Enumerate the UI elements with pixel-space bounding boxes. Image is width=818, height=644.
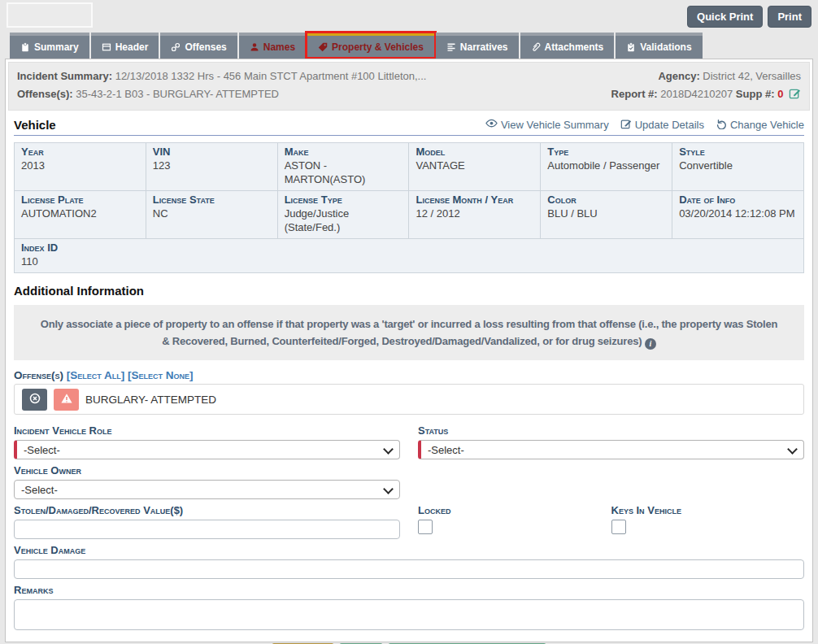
- offense-name: BURGLARY- ATTEMPTED: [85, 394, 216, 406]
- vehicle-damage-label: Vehicle Damage: [14, 544, 804, 556]
- tab-label: Header: [115, 41, 149, 53]
- main-panel: Incident Summary: 12/13/2018 1332 Hrs - …: [5, 59, 813, 642]
- tag-icon: [318, 42, 328, 52]
- vehicle-year-cell: Year2013: [15, 143, 146, 191]
- keys-in-vehicle-checkbox[interactable]: [611, 520, 626, 534]
- vehicle-section-header: Vehicle View Vehicle Summary Update Deta…: [14, 117, 804, 136]
- tab-validations[interactable]: Validations: [616, 33, 702, 59]
- handcuffs-icon: [171, 42, 181, 52]
- vehicle-damage-input[interactable]: [14, 559, 804, 579]
- tab-names[interactable]: Names: [239, 33, 306, 59]
- info-icon[interactable]: i: [645, 338, 656, 350]
- tab-header[interactable]: Header: [91, 33, 159, 59]
- offenses-label: Offense(s): [14, 369, 63, 381]
- vehicle-style-cell: StyleConvertible: [672, 143, 804, 191]
- change-vehicle-link[interactable]: Change Vehicle: [716, 117, 804, 132]
- offense-summary-text: Offense(s): 35-43-2-1 B03 - BURGLARY- AT…: [17, 85, 279, 105]
- remarks-textarea[interactable]: [14, 599, 804, 630]
- print-button[interactable]: Print: [768, 6, 811, 28]
- keys-in-vehicle-label: Keys In Vehicle: [611, 504, 805, 516]
- tab-label: Names: [263, 41, 295, 53]
- paperclip-icon: [531, 42, 541, 52]
- vehicle-owner-label: Vehicle Owner: [14, 464, 400, 476]
- index-id-cell: Index ID110: [15, 239, 804, 273]
- clipboard-icon: [20, 42, 30, 52]
- vehicle-actions: View Vehicle Summary Update Details Chan…: [485, 117, 804, 132]
- notice-text: Only associate a piece of property to an…: [41, 318, 777, 347]
- tab-attachments[interactable]: Attachments: [520, 33, 615, 59]
- tab-label: Validations: [640, 41, 691, 53]
- offense-warning-button[interactable]: [54, 389, 79, 411]
- window-icon: [102, 42, 111, 52]
- report-value: 2018D4210207: [660, 88, 733, 100]
- change-vehicle-label: Change Vehicle: [730, 119, 804, 131]
- locked-label: Locked: [418, 504, 611, 516]
- incident-vehicle-role-label: Incident Vehicle Role: [14, 424, 400, 437]
- additional-information-title: Additional Information: [14, 284, 804, 298]
- quick-print-button[interactable]: Quick Print: [687, 6, 763, 28]
- tab-bar: Summary Header Offenses Names Property &…: [0, 33, 818, 59]
- license-type-cell: License TypeJudge/Justice (State/Fed.): [277, 191, 409, 239]
- offense-value: 35-43-2-1 B03 - BURGLARY- ATTEMPTED: [76, 88, 279, 100]
- vehicle-owner-select[interactable]: -Select-: [14, 480, 400, 499]
- vehicle-form: Incident Vehicle Role -Select- Status -S…: [14, 420, 804, 644]
- tab-narratives[interactable]: Narratives: [436, 33, 519, 59]
- license-state-cell: License StateNC: [146, 191, 277, 239]
- tab-label: Offenses: [185, 41, 226, 53]
- agency-value: District 42, Versailles: [703, 70, 801, 82]
- vehicle-model-cell: ModelVANTAGE: [409, 143, 541, 191]
- license-month-year-cell: License Month / Year12 / 2012: [409, 191, 541, 239]
- print-button-group: Quick Print Print: [687, 6, 811, 28]
- remarks-label: Remarks: [14, 584, 804, 596]
- clipboard-check-icon: [626, 42, 636, 52]
- supp-label: Supp #:: [736, 88, 775, 100]
- circle-x-icon: [28, 392, 41, 407]
- tab-property-vehicles[interactable]: Property & Vehicles: [307, 33, 434, 59]
- incident-summary-value: 12/13/2018 1332 Hrs - 456 Main STCT Apar…: [115, 70, 427, 82]
- date-of-info-cell: Date of Info03/20/2014 12:12:08 PM: [672, 191, 804, 239]
- status-select[interactable]: -Select-: [418, 440, 804, 459]
- select-none-link[interactable]: [Select None]: [128, 369, 194, 381]
- logo-placeholder: [7, 2, 93, 28]
- tab-offenses[interactable]: Offenses: [160, 33, 237, 59]
- agency-text: Agency: District 42, Versailles: [658, 67, 801, 85]
- tab-label: Property & Vehicles: [332, 41, 424, 53]
- locked-checkbox[interactable]: [418, 520, 433, 534]
- offense-item: BURGLARY- ATTEMPTED: [14, 384, 804, 415]
- incident-vehicle-role-select[interactable]: -Select-: [14, 440, 400, 459]
- report-label: Report #:: [611, 88, 658, 100]
- license-plate-cell: License PlateAUTOMATION2: [15, 191, 146, 239]
- update-details-link[interactable]: Update Details: [620, 117, 704, 132]
- offenses-label-row: Offense(s) [Select All] [Select None]: [14, 369, 804, 381]
- table-row: License PlateAUTOMATION2 License StateNC…: [15, 191, 804, 239]
- undo-icon: [716, 118, 727, 132]
- person-icon: [250, 42, 259, 52]
- update-details-label: Update Details: [635, 119, 704, 131]
- tab-label: Attachments: [545, 41, 604, 53]
- incident-summary-bar: Incident Summary: 12/13/2018 1332 Hrs - …: [8, 62, 810, 111]
- incident-summary-label: Incident Summary:: [17, 70, 112, 82]
- stolen-value-input[interactable]: [14, 520, 400, 539]
- vehicle-title: Vehicle: [14, 118, 56, 132]
- tab-summary[interactable]: Summary: [10, 33, 89, 59]
- top-bar: Quick Print Print: [0, 0, 818, 33]
- agency-label: Agency:: [658, 70, 699, 82]
- vehicle-type-cell: TypeAutomobile / Passenger: [541, 143, 672, 191]
- warning-triangle-icon: [60, 392, 73, 407]
- vehicle-details-table: Year2013 VIN123 MakeASTON - MARTON(ASTO)…: [14, 142, 804, 273]
- report-text: Report #: 2018D4210207 Supp #: 0: [611, 85, 801, 105]
- vehicle-vin-cell: VIN123: [146, 143, 277, 191]
- supp-edit-icon[interactable]: [789, 87, 801, 105]
- edit-icon: [620, 118, 632, 132]
- tab-label: Narratives: [460, 41, 508, 53]
- select-all-link[interactable]: [Select All]: [67, 369, 125, 381]
- color-cell: ColorBLU / BLU: [541, 191, 672, 239]
- eye-icon: [485, 117, 498, 132]
- view-vehicle-summary-link[interactable]: View Vehicle Summary: [485, 117, 609, 132]
- vehicle-make-cell: MakeASTON - MARTON(ASTO): [277, 143, 409, 191]
- status-label: Status: [418, 424, 804, 437]
- table-row: Year2013 VIN123 MakeASTON - MARTON(ASTO)…: [15, 143, 804, 191]
- deselect-offense-button[interactable]: [22, 389, 47, 411]
- stolen-value-label: Stolen/Damaged/Recovered Value($): [14, 504, 400, 516]
- tab-label: Summary: [34, 41, 79, 53]
